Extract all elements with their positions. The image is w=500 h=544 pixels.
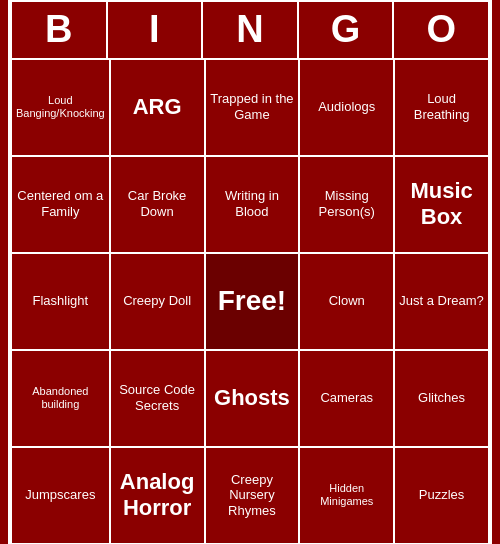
bingo-cell-12[interactable]: Free! <box>205 253 300 350</box>
header-n: N <box>202 1 298 59</box>
bingo-cell-8[interactable]: Missing Person(s) <box>299 156 394 253</box>
bingo-cell-9[interactable]: Music Box <box>394 156 489 253</box>
bingo-grid: Loud Banging/KnockingARGTrapped in the G… <box>11 59 489 544</box>
bingo-cell-15[interactable]: Abandoned building <box>11 350 110 447</box>
bingo-cell-24[interactable]: Puzzles <box>394 447 489 544</box>
bingo-cell-20[interactable]: Jumpscares <box>11 447 110 544</box>
bingo-cell-23[interactable]: Hidden Minigames <box>299 447 394 544</box>
bingo-cell-6[interactable]: Car Broke Down <box>110 156 205 253</box>
bingo-cell-3[interactable]: Audiologs <box>299 59 394 156</box>
bingo-cell-19[interactable]: Glitches <box>394 350 489 447</box>
header-o: O <box>393 1 489 59</box>
bingo-cell-1[interactable]: ARG <box>110 59 205 156</box>
bingo-cell-21[interactable]: Analog Horror <box>110 447 205 544</box>
bingo-cell-22[interactable]: Creepy Nursery Rhymes <box>205 447 300 544</box>
bingo-cell-18[interactable]: Cameras <box>299 350 394 447</box>
bingo-cell-0[interactable]: Loud Banging/Knocking <box>11 59 110 156</box>
bingo-cell-4[interactable]: Loud Breathing <box>394 59 489 156</box>
header-i: I <box>107 1 203 59</box>
header-b: B <box>11 1 107 59</box>
bingo-cell-14[interactable]: Just a Dream? <box>394 253 489 350</box>
bingo-cell-16[interactable]: Source Code Secrets <box>110 350 205 447</box>
bingo-card: B I N G O Loud Banging/KnockingARGTrappe… <box>8 0 492 544</box>
bingo-cell-5[interactable]: Centered om a Family <box>11 156 110 253</box>
bingo-cell-13[interactable]: Clown <box>299 253 394 350</box>
bingo-header: B I N G O <box>11 1 489 59</box>
bingo-cell-2[interactable]: Trapped in the Game <box>205 59 300 156</box>
bingo-cell-17[interactable]: Ghosts <box>205 350 300 447</box>
header-g: G <box>298 1 394 59</box>
bingo-cell-7[interactable]: Writing in Blood <box>205 156 300 253</box>
bingo-cell-10[interactable]: Flashlight <box>11 253 110 350</box>
bingo-cell-11[interactable]: Creepy Doll <box>110 253 205 350</box>
